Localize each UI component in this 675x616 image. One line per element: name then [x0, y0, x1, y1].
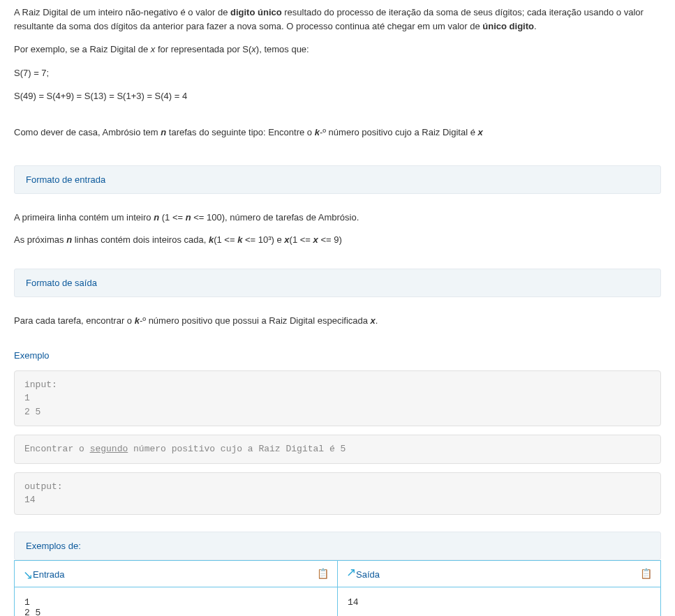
desc-paragraph-3: Como dever de casa, Ambrósio tem n taref… [14, 126, 661, 140]
text: A primeira linha contém um inteiro [14, 212, 154, 223]
output-header-label: Saída [356, 569, 380, 580]
output-column-body: 14 [338, 587, 660, 617]
text: número positivo cujo a Raiz Digital é 5 [128, 444, 346, 454]
example-label: Exemplo [14, 350, 661, 361]
example-input-box: input: 1 2 5 [14, 370, 661, 427]
text: . [534, 21, 537, 31]
bold-italic-var: n [66, 234, 72, 245]
input-column: ↘Entrada 📋 1 2 5 [14, 560, 337, 617]
output-format-desc: Para cada tarefa, encontrar o k-º número… [14, 314, 661, 328]
io-table: ↘Entrada 📋 1 2 5 ↗Saída 📋 14 [14, 560, 661, 617]
bold-italic-var: n [154, 212, 159, 223]
output-format-header: Formato de saída [14, 269, 661, 297]
output-column: ↗Saída 📋 14 [337, 560, 661, 617]
text: Para cada tarefa, encontrar o [14, 315, 135, 326]
bold-italic-var: x [371, 315, 376, 326]
text: linhas contém dois inteiros cada, [72, 234, 209, 245]
problem-description: A Raiz Digital de um inteiro não-negativ… [14, 6, 661, 139]
output-column-header: ↗Saída 📋 [338, 561, 660, 587]
input-column-header: ↘Entrada 📋 [15, 561, 337, 587]
text: Encontrar o [24, 444, 90, 454]
code-label: input: [24, 380, 57, 390]
bold-italic-var: n [186, 212, 191, 223]
bold-text: único digito [482, 21, 534, 31]
copy-output-icon[interactable]: 📋 [640, 568, 652, 579]
underline-text: segundo [90, 444, 128, 454]
text: As próximas [14, 234, 66, 245]
desc-paragraph-2: Por exemplo, se a Raiz Digital de x for … [14, 43, 661, 57]
bold-italic-var: k [135, 315, 140, 326]
desc-paragraph-1: A Raiz Digital de um inteiro não-negativ… [14, 6, 661, 33]
code-body: 14 [24, 495, 36, 505]
bold-italic-var: x [478, 127, 483, 137]
code-label: output: [24, 481, 63, 492]
text: <= 9) [318, 234, 342, 245]
text: (1 <= [159, 212, 186, 223]
input-format-header: Formato de entrada [14, 165, 661, 194]
text: (1 <= [290, 234, 313, 245]
input-header-label: Entrada [33, 569, 65, 580]
bold-italic-var: x [284, 234, 289, 245]
bold-italic-var: k [315, 127, 320, 137]
text: -º número positivo que possui a Raiz Dig… [140, 315, 371, 326]
example-explain-box: Encontrar o segundo número positivo cujo… [14, 435, 661, 464]
formula-2: S(49) = S(4+9) = S(13) = S(1+3) = S(4) =… [14, 89, 661, 103]
text: ), temos que: [256, 44, 309, 54]
bold-italic-var: x [313, 234, 318, 245]
formula-1: S(7) = 7; [14, 66, 661, 80]
text: <= 10³) e [242, 234, 284, 245]
input-format-line-2: As próximas n linhas contém dois inteiro… [14, 233, 661, 247]
input-column-body: 1 2 5 [15, 587, 337, 617]
text: tarefas do seguinte tipo: Encontre o [166, 127, 314, 137]
text: (1 <= [214, 234, 237, 245]
input-format-line-1: A primeira linha contém um inteiro n (1 … [14, 211, 661, 225]
code-body: 1 2 5 [24, 393, 40, 417]
text: <= 100), número de tarefas de Ambrósio. [191, 212, 359, 223]
text: Como dever de casa, Ambrósio tem [14, 127, 161, 137]
text: -º número positivo cujo a Raiz Digital é [320, 127, 478, 137]
text: . [376, 315, 378, 326]
arrow-down-right-icon: ↘ [23, 569, 33, 581]
arrow-up-right-icon: ↗ [346, 566, 356, 578]
bold-text: digito único [230, 7, 282, 17]
examples-header: Exemplos de: [14, 532, 661, 560]
example-output-box: output: 14 [14, 472, 661, 515]
text: for representada por S( [155, 44, 251, 54]
text: A Raiz Digital de um inteiro não-negativ… [14, 7, 230, 17]
copy-input-icon[interactable]: 📋 [317, 568, 329, 579]
text: Por exemplo, se a Raiz Digital de [14, 44, 151, 54]
